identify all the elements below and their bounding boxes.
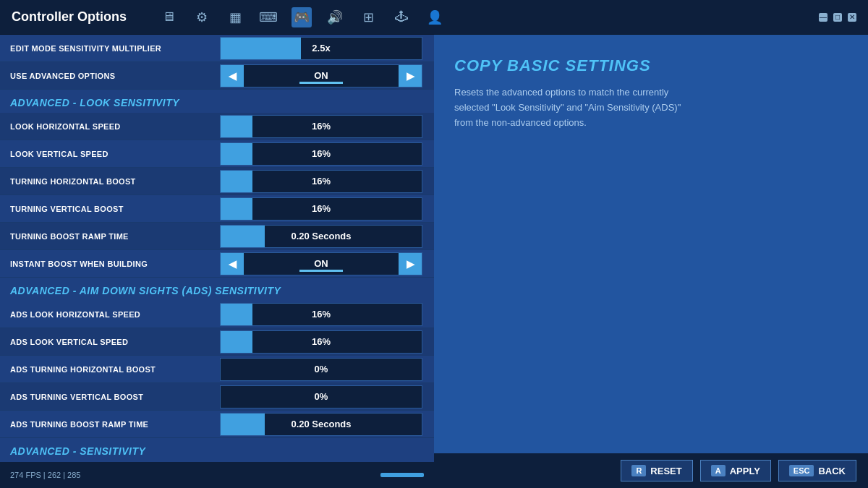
reset-label: RESET <box>650 466 681 476</box>
right-panel: COPY BASIC SETTINGS Resets the advanced … <box>434 35 868 488</box>
ads-turn-h-value: 0% <box>315 364 328 374</box>
section-header-look: ADVANCED - LOOK SENSITIVITY <box>0 90 434 113</box>
setting-row-ads-turn-v: ADS TURNING VERTICAL BOOST 0% <box>0 383 434 411</box>
turn-h-boost-label: TURNING HORIZONTAL BOOST <box>10 177 220 186</box>
turn-boost-ramp-control[interactable]: 0.20 Seconds <box>220 225 428 248</box>
copy-basic-title: COPY BASIC SETTINGS <box>454 56 848 75</box>
look-h-control[interactable]: 16% <box>220 115 428 138</box>
ads-turn-boost-ramp-control[interactable]: 0.20 Seconds <box>220 413 428 436</box>
reset-button[interactable]: R RESET <box>621 460 692 481</box>
maximize-button[interactable]: □ <box>833 13 842 22</box>
monitor-icon[interactable]: 🖥 <box>158 7 179 27</box>
setting-row-ads-look-h: ADS LOOK HORIZONTAL SPEED 16% <box>0 301 434 328</box>
setting-row-ads-turn-h: ADS TURNING HORIZONTAL BOOST 0% <box>0 356 434 383</box>
setting-row-instant-boost: INSTANT BOOST WHEN BUILDING ◀ ON ▶ <box>0 250 434 278</box>
ads-turn-h-control[interactable]: 0% <box>220 358 428 381</box>
instant-boost-value: ON <box>244 258 399 269</box>
look-h-label: LOOK HORIZONTAL SPEED <box>10 122 220 131</box>
setting-row-turn-boost-ramp: TURNING BOOST RAMP TIME 0.20 Seconds <box>0 223 434 250</box>
turn-v-boost-value: 16% <box>312 203 331 214</box>
apply-button[interactable]: A APPLY <box>700 460 771 481</box>
ads-look-h-control[interactable]: 16% <box>220 303 428 326</box>
gamepad-icon[interactable]: 🕹 <box>391 7 412 27</box>
turn-v-boost-control[interactable]: 16% <box>220 197 428 221</box>
setting-row-use-advanced: USE ADVANCED OPTIONS ◀ ON ▶ <box>0 62 434 90</box>
look-h-value: 16% <box>312 121 331 132</box>
use-advanced-label: USE ADVANCED OPTIONS <box>10 72 220 80</box>
section-header-ads: ADVANCED - AIM DOWN SIGHTS (ADS) SENSITI… <box>0 278 434 301</box>
fps-info: 274 FPS | 262 | 285 <box>10 471 80 479</box>
turn-boost-ramp-value: 0.20 Seconds <box>291 231 351 241</box>
user-icon[interactable]: 👤 <box>425 7 445 27</box>
use-advanced-control[interactable]: ◀ ON ▶ <box>220 64 428 87</box>
setting-row-ads-turn-boost-ramp: ADS TURNING BOOST RAMP TIME 0.20 Seconds <box>0 411 434 438</box>
section-header-sensitivity: ADVANCED - SENSITIVITY <box>0 438 434 461</box>
look-v-control[interactable]: 16% <box>220 142 428 166</box>
turn-v-boost-label: TURNING VERTICAL BOOST <box>10 205 220 213</box>
back-button[interactable]: ESC BACK <box>778 460 856 481</box>
apply-key: A <box>711 465 726 476</box>
look-v-value: 16% <box>312 148 331 159</box>
ads-look-v-value: 16% <box>312 336 331 347</box>
instant-boost-right-arrow[interactable]: ▶ <box>399 253 422 275</box>
ads-turn-v-value: 0% <box>315 391 328 402</box>
setting-row-edit-mode: EDIT MODE SENSITIVITY MULTIPLIER 2.5x <box>0 35 434 62</box>
back-label: BACK <box>818 466 846 476</box>
copy-basic-description: Resets the advanced options to match the… <box>454 85 700 130</box>
instant-boost-left-arrow[interactable]: ◀ <box>221 253 244 275</box>
setting-row-turn-v-boost: TURNING VERTICAL BOOST 16% <box>0 195 434 223</box>
edit-mode-control[interactable]: 2.5x <box>220 37 428 60</box>
setting-row-look-v: LOOK VERTICAL SPEED 16% <box>0 140 434 168</box>
look-v-label: LOOK VERTICAL SPEED <box>10 150 220 158</box>
ads-turn-v-label: ADS TURNING VERTICAL BOOST <box>10 393 220 401</box>
ads-look-h-label: ADS LOOK HORIZONTAL SPEED <box>10 310 220 319</box>
title-bar: Controller Options 🖥 ⚙ ▦ ⌨ 🎮 🔊 ⊞ 🕹 👤 — □… <box>0 0 868 35</box>
back-key: ESC <box>789 465 814 476</box>
toggle-right-arrow[interactable]: ▶ <box>399 65 422 87</box>
apply-label: APPLY <box>730 466 760 476</box>
keyboard-icon[interactable]: ⌨ <box>258 7 278 27</box>
ads-look-v-control[interactable]: 16% <box>220 330 428 354</box>
left-panel: EDIT MODE SENSITIVITY MULTIPLIER 2.5x US… <box>0 35 434 488</box>
toggle-left-arrow[interactable]: ◀ <box>221 65 244 87</box>
close-button[interactable]: ✕ <box>848 13 856 22</box>
ads-turn-boost-ramp-value: 0.20 Seconds <box>291 419 351 429</box>
display-icon[interactable]: ▦ <box>225 7 245 27</box>
network-icon[interactable]: ⊞ <box>358 7 378 27</box>
ads-turn-v-control[interactable]: 0% <box>220 385 428 408</box>
turn-h-boost-control[interactable]: 16% <box>220 170 428 193</box>
setting-row-ads-look-v: ADS LOOK VERTICAL SPEED 16% <box>0 328 434 356</box>
nav-icons: 🖥 ⚙ ▦ ⌨ 🎮 🔊 ⊞ 🕹 👤 <box>158 7 801 27</box>
edit-mode-label: EDIT MODE SENSITIVITY MULTIPLIER <box>10 44 220 53</box>
instant-boost-label: INSTANT BOOST WHEN BUILDING <box>10 260 220 268</box>
turn-boost-ramp-label: TURNING BOOST RAMP TIME <box>10 232 220 241</box>
minimize-button[interactable]: — <box>819 13 827 22</box>
turn-h-boost-value: 16% <box>312 176 331 187</box>
ads-turn-h-label: ADS TURNING HORIZONTAL BOOST <box>10 365 220 374</box>
ads-look-h-value: 16% <box>312 309 331 320</box>
setting-row-turn-h-boost: TURNING HORIZONTAL BOOST 16% <box>0 168 434 195</box>
controller-icon[interactable]: 🎮 <box>292 7 312 27</box>
window-controls: — □ ✕ <box>819 13 856 22</box>
setting-row-look-h: LOOK HORIZONTAL SPEED 16% <box>0 113 434 140</box>
settings-scroll[interactable]: EDIT MODE SENSITIVITY MULTIPLIER 2.5x US… <box>0 35 434 488</box>
ads-turn-boost-ramp-label: ADS TURNING BOOST RAMP TIME <box>10 420 220 429</box>
ads-look-v-label: ADS LOOK VERTICAL SPEED <box>10 338 220 346</box>
volume-icon[interactable]: 🔊 <box>325 7 345 27</box>
edit-mode-value: 2.5x <box>312 43 330 53</box>
instant-boost-control[interactable]: ◀ ON ▶ <box>220 252 428 275</box>
window-title: Controller Options <box>12 9 127 25</box>
gear-icon[interactable]: ⚙ <box>192 7 212 27</box>
reset-key: R <box>631 465 646 476</box>
main-content: EDIT MODE SENSITIVITY MULTIPLIER 2.5x US… <box>0 35 868 488</box>
use-advanced-value: ON <box>244 70 399 81</box>
